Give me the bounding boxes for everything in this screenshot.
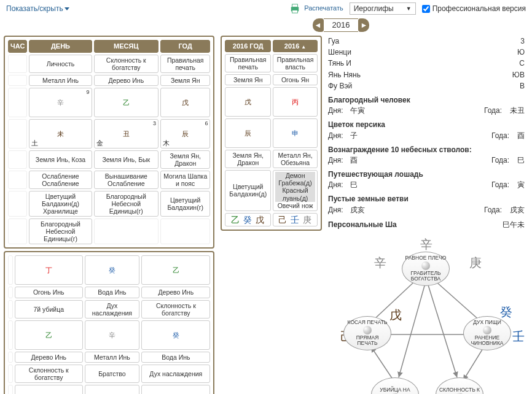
wheel-outer-char: 庚 (469, 255, 482, 271)
hidden-elem-cell (8, 287, 13, 298)
element-cell: Металл Инь (29, 75, 92, 86)
luck-star-cell: Демон Грабежа(д)Красный луань(д)Овечий н… (273, 170, 318, 211)
personal-sha-value: 巳午未 (503, 220, 525, 230)
hidden-god-cell: 7й убийца (15, 300, 83, 319)
svg-rect-2 (292, 10, 298, 13)
ten-god-cell: Правильная печать (160, 55, 210, 73)
star-cell (160, 218, 210, 244)
info-subrow: Дня:午寅Года:未丑 (328, 105, 525, 116)
ten-god-cell: Личность (29, 55, 92, 73)
year-selector: ◄ 2016 ► (310, 18, 372, 32)
branch-elem-cell: Земля Ян, Дракон (160, 150, 210, 169)
hidden-stem-cell: 己 (85, 385, 140, 394)
star-cell: Благородный Небесной Единицы(г) (94, 191, 158, 217)
print-link[interactable]: Распечатать (289, 4, 343, 14)
hidden-stem-cell: 己 (15, 385, 83, 394)
info-subrow: Дня:戌亥Года:戌亥 (328, 204, 525, 215)
info-section-title: Пустые земные ветви (328, 194, 525, 204)
luck-stem-cell: 丙 (273, 87, 318, 117)
hidden-stem-cell (8, 385, 13, 394)
element-wheel: 辛庚癸壬戊己辛РАВНОЕ ПЛЕЧОГРАБИТЕЛЬ БОГАТСТВАДУ… (328, 236, 525, 394)
info-row: Гуа3 (328, 36, 525, 47)
luck-branch-cell: 辰 (225, 118, 271, 148)
header-year: ГОД (160, 40, 210, 53)
branch-elem-cell: Земля Инь, Бык (94, 150, 158, 169)
element-cell (8, 75, 27, 86)
year-next-button[interactable]: ► (358, 18, 369, 32)
luck-elem-cell: Земля Ян (225, 74, 271, 85)
pro-version-checkbox[interactable]: Профессиональная версия (422, 4, 526, 13)
display-mode-select[interactable]: Иероглифы▼ (350, 2, 416, 15)
bazi-chart: ЧАС ДЕНЬ МЕСЯЦ ГОД ЛичностьСклонность к … (4, 36, 214, 249)
info-row: Янь НяньЮВ (328, 69, 525, 80)
hidden-elem-cell: Дерево Инь (141, 287, 210, 298)
svg-rect-1 (292, 4, 298, 7)
wheel-outer-char: 辛 (374, 255, 386, 271)
hidden-stem-cell: 戊 (141, 385, 210, 394)
luck-god-cell: Правильная печать (225, 54, 271, 72)
ten-god-cell (8, 55, 27, 73)
hidden-god-cell (8, 300, 13, 319)
star-cell (8, 218, 27, 244)
luck-star-cell: Цветущий Балдахин(д) (225, 170, 271, 211)
star-cell: Благородный Небесной Единицы(г) (29, 218, 92, 244)
branch-elem-cell (8, 150, 27, 169)
star-cell (94, 218, 158, 244)
hidden-stem-cell: 癸 (85, 255, 140, 285)
luck-branch-elem-cell: Земля Ян, Дракон (225, 150, 271, 168)
stem-cell: 乙 (94, 88, 158, 117)
year-value: 2016 (324, 18, 359, 32)
hidden-elem-cell: Дерево Инь (15, 352, 83, 363)
info-section-title: Вознаграждение 10 небесных стволов: (328, 145, 525, 155)
pro-checkbox-input[interactable] (422, 5, 430, 13)
hidden-god-cell: Дух наслаждения (85, 300, 140, 319)
info-section-title: Цветок персика (328, 120, 525, 129)
hidden-god-cell: Склонность к богатству (141, 300, 210, 319)
hidden-god-cell: Дух наслаждения (141, 365, 210, 383)
hidden-god-cell (8, 365, 13, 383)
phase-cell: Могила Шапка и пояс (160, 171, 210, 189)
toggle-link[interactable]: Показать/скрыть (6, 4, 69, 13)
phase-cell: Ослабление Ослабление (29, 171, 92, 189)
branch-elem-cell: Земля Инь, Коза (29, 150, 92, 169)
phase-cell: Вынашивание Ослабление (94, 171, 158, 189)
phase-cell (8, 171, 27, 189)
luck-branch-cell: 申 (273, 118, 318, 148)
info-subrow: Дня:子Года:酉 (328, 130, 525, 141)
info-row: ШенциЮ (328, 47, 525, 58)
element-cell: Дерево Инь (94, 75, 158, 86)
print-icon (289, 4, 300, 14)
wheel-outer-char: 戊 (389, 307, 402, 323)
element-cell: Земля Ян (160, 75, 210, 86)
hidden-stem-cell: 癸 (141, 320, 210, 350)
luck-header-period[interactable]: 2016 (273, 40, 318, 52)
hidden-stem-cell (8, 320, 13, 350)
branch-cell (8, 119, 27, 149)
hidden-elem-cell: Вода Инь (85, 287, 140, 298)
stem-cell: 辛9 (29, 88, 92, 117)
info-panel: Гуа3ШенциЮТянь ИСЯнь НяньЮВФу ВэйВ Благо… (328, 36, 528, 394)
info-row: Тянь ИС (328, 58, 525, 69)
star-cell: Цветущий Балдахин(д) Хранилище (29, 191, 92, 217)
branch-cell: 辰6木 (160, 119, 210, 149)
info-subrow: Дня:巳Года:寅 (328, 179, 525, 190)
header-month: МЕСЯЦ (94, 40, 158, 53)
wheel-node: РАВНОЕ ПЛЕЧОГРАБИТЕЛЬ БОГАТСТВА (402, 252, 450, 286)
info-subrow: Дня:酉Года:巳 (328, 155, 525, 166)
hidden-stem-cell: 辛 (85, 320, 140, 350)
luck-hidden-cell: 乙 癸 戊 (225, 213, 271, 226)
hidden-stems-chart: 丁癸乙 Огонь ИньВода ИньДерево Инь 7й убийц… (4, 251, 214, 394)
luck-header-year: 2016 ГОД (225, 40, 271, 52)
luck-branch-elem-cell: Металл Ян, Обезьяна (273, 150, 318, 168)
hidden-god-cell: Братство (85, 365, 140, 383)
star-cell (8, 191, 27, 217)
wheel-node: КОСАЯ ПЕЧАТЬПРЯМАЯ ПЕЧАТЬ (343, 316, 391, 350)
hidden-elem-cell (8, 352, 13, 363)
luck-pillars: 2016 ГОД 2016 Правильная печатьПравильна… (221, 36, 322, 231)
branch-cell: 未土 (29, 119, 92, 149)
branch-cell: 丑3金 (94, 119, 158, 149)
hidden-elem-cell: Огонь Инь (15, 287, 83, 298)
year-prev-button[interactable]: ◄ (313, 18, 324, 32)
luck-god-cell: Правильная власть (273, 54, 318, 72)
header-day: ДЕНЬ (29, 40, 92, 53)
